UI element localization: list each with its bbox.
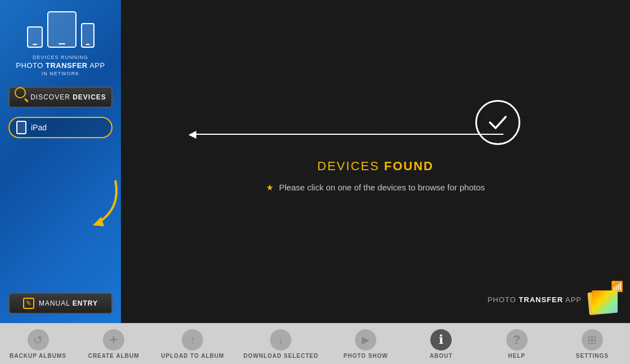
branding-end: APP	[563, 295, 582, 304]
toolbar-item-upload-to-album[interactable]: ↑ UPLOAD TO ALBUM	[161, 329, 224, 359]
photo-show-icon: ▶	[355, 329, 376, 351]
branding-bold: TRANSFER	[519, 295, 563, 304]
toolbar-item-photo-show[interactable]: ▶ PHOTO SHOW	[338, 329, 394, 359]
upload-to-album-icon: ↑	[182, 329, 203, 351]
help-icon: ?	[506, 329, 528, 351]
checkmark-container	[475, 100, 520, 162]
search-icon	[15, 87, 26, 98]
sidebar-title-normal: PHOTO	[16, 61, 46, 70]
devices-found-bold: FOUND	[384, 159, 434, 173]
download-selected-icon: ↓	[270, 329, 291, 351]
upload-to-album-label: UPLOAD TO ALBUM	[161, 353, 224, 359]
sidebar-title: PHOTO TRANSFER APP	[16, 61, 105, 70]
manual-entry-button[interactable]: MANUAL ENTRY	[8, 293, 112, 314]
discover-devices-button[interactable]: DISCOVER DEVICES	[8, 87, 112, 108]
manual-label-bold: ENTRY	[73, 299, 98, 307]
toolbar-item-help[interactable]: ? HELP	[489, 329, 545, 359]
photo-image	[592, 290, 618, 313]
photo-front	[592, 290, 618, 313]
checkmark-icon	[485, 110, 510, 135]
toolbar: ↺ BACKUP ALBUMS + CREATE ALBUM ↑ UPLOAD …	[0, 323, 630, 364]
settings-icon: ⊞	[582, 329, 603, 351]
ipad-device-item[interactable]: iPad	[8, 117, 112, 138]
iphone-icon	[81, 23, 94, 48]
create-album-icon: +	[103, 329, 124, 351]
create-album-label: CREATE ALBUM	[88, 353, 140, 359]
checkmark-circle	[475, 100, 520, 145]
branding-text: PHOTO TRANSFER APP	[488, 295, 582, 304]
tablet-icon	[47, 11, 76, 48]
toolbar-item-backup-albums[interactable]: ↺ BACKUP ALBUMS	[10, 329, 66, 359]
manual-button-label: MANUAL ENTRY	[39, 299, 98, 307]
sidebar-title-bold: TRANSFER	[46, 61, 88, 70]
edit-icon	[23, 298, 34, 309]
discover-label-normal: DISCOVER	[30, 93, 73, 101]
star-icon: ★	[266, 183, 273, 193]
branding-normal: PHOTO	[488, 295, 519, 304]
download-selected-label: DOWNLOAD SELECTED	[244, 353, 318, 359]
settings-label: SETTINGS	[576, 353, 609, 359]
svg-marker-0	[93, 217, 104, 226]
arrow-annotation	[82, 175, 127, 233]
toolbar-item-create-album[interactable]: + CREATE ALBUM	[86, 329, 142, 359]
discover-button-label: DISCOVER DEVICES	[30, 93, 106, 101]
sidebar-subtitle2: IN NETWORK	[42, 71, 80, 76]
devices-found-text: DEVICES FOUND	[317, 159, 434, 174]
devices-found-normal: DEVICES	[317, 159, 384, 173]
sidebar-title-end: APP	[88, 61, 105, 70]
main-content: DEVICES FOUND ★ Please click on one of t…	[121, 0, 630, 323]
manual-label-normal: MANUAL	[39, 299, 73, 307]
ipad-icon	[16, 121, 26, 134]
devices-icon-group	[27, 11, 94, 48]
instruction-message: Please click on one of the devices to br…	[279, 183, 485, 192]
about-label: ABOUT	[430, 353, 453, 359]
toolbar-item-settings[interactable]: ⊞ SETTINGS	[564, 329, 620, 359]
branding-area: PHOTO TRANSFER APP 📶	[488, 285, 621, 314]
sidebar: DEVICES RUNNING PHOTO TRANSFER APP IN NE…	[0, 0, 121, 323]
phone-icon	[27, 26, 43, 48]
arrow-line	[194, 134, 503, 135]
photo-show-label: PHOTO SHOW	[344, 353, 388, 359]
arrow-head	[188, 131, 196, 139]
backup-albums-label: BACKUP ALBUMS	[10, 353, 66, 359]
ipad-label: iPad	[31, 123, 47, 132]
sidebar-subtitle1: DEVICES RUNNING	[33, 54, 88, 60]
discover-label-bold: DEVICES	[73, 93, 106, 101]
toolbar-item-download-selected[interactable]: ↓ DOWNLOAD SELECTED	[244, 329, 318, 359]
arrow-line-container	[121, 134, 630, 135]
devices-found-container: DEVICES FOUND	[317, 165, 434, 183]
backup-albums-icon: ↺	[28, 329, 49, 351]
photo-transfer-icon: 📶	[588, 285, 621, 314]
instruction-text: ★ Please click on one of the devices to …	[266, 183, 485, 193]
help-label: HELP	[508, 353, 525, 359]
toolbar-item-about[interactable]: ℹ ABOUT	[413, 329, 469, 359]
about-icon: ℹ	[430, 329, 452, 351]
